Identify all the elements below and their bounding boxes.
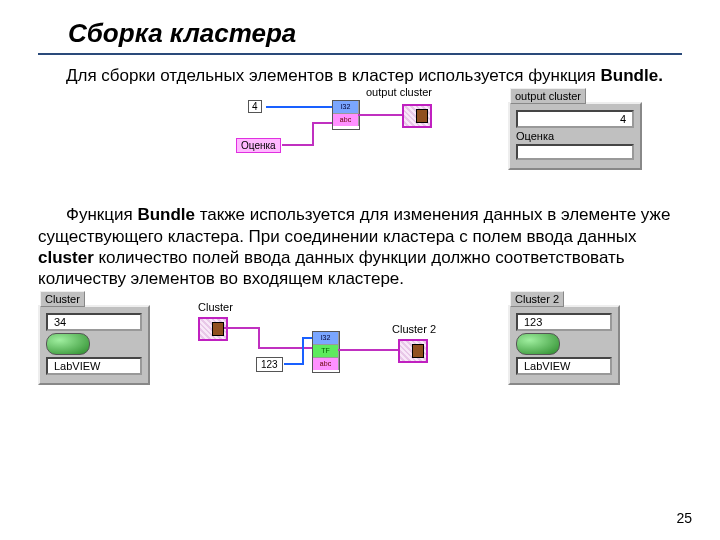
in-panel-str: LabVIEW	[46, 357, 142, 375]
p2-bold2: cluster	[38, 248, 94, 267]
page-number: 25	[676, 510, 692, 526]
bd-cluster-label: Cluster	[198, 301, 233, 313]
panel-str-label: Оценка	[516, 130, 634, 142]
bd-cluster2-label: Cluster 2	[392, 323, 436, 335]
panel-num-field: 4	[516, 110, 634, 128]
bundle-row-1: abc	[333, 114, 359, 126]
wire-bundle2-out	[338, 349, 398, 351]
wire-bundle-out	[358, 114, 402, 116]
paragraph-1: Для сборки отдельных элементов в кластер…	[38, 65, 682, 86]
out-panel-title: Cluster 2	[510, 291, 564, 307]
wire-src-h1	[224, 327, 258, 329]
string-constant: Оценка	[236, 138, 281, 153]
wire-num-to-bundle	[266, 106, 332, 108]
diagram-bundle-create: 4 I32 abc Оценка output cluster output c…	[38, 94, 682, 194]
slide-title: Сборка кластера	[38, 18, 682, 49]
p1-bold: Bundle.	[601, 66, 663, 85]
p1-text: Для сборки отдельных элементов в кластер…	[66, 66, 601, 85]
paragraph-2: Функция Bundle также используется для из…	[38, 204, 682, 289]
wire-str-to-bundle	[312, 122, 332, 124]
out-panel-num: 123	[516, 313, 612, 331]
cluster-terminal-dst	[398, 339, 428, 363]
b2-row2: abc	[313, 358, 339, 370]
bundle-node-2: I32 TF abc	[312, 331, 340, 373]
bundle-row-0: I32	[333, 101, 359, 113]
p2-bold1: Bundle	[137, 205, 195, 224]
b2-row0: I32	[313, 332, 339, 344]
title-divider	[38, 53, 682, 55]
wire-123-h	[284, 363, 302, 365]
wire-str-h	[282, 144, 312, 146]
bundle-node: I32 abc	[332, 100, 360, 130]
b2-row1: TF	[313, 345, 339, 357]
p2-pre: Функция	[66, 205, 137, 224]
in-panel-num: 34	[46, 313, 142, 331]
in-panel-title: Cluster	[40, 291, 85, 307]
numeric-constant-123: 123	[256, 357, 283, 372]
numeric-constant: 4	[248, 100, 262, 113]
in-panel-led	[46, 333, 90, 355]
panel-str-field	[516, 144, 634, 160]
wire-123-to-bundle	[302, 337, 312, 339]
cluster-terminal-src	[198, 317, 228, 341]
diagram-bundle-replace: Cluster 34 LabVIEW Cluster 123 I32 TF ab…	[38, 295, 682, 395]
output-cluster2-panel: Cluster 2 123 LabVIEW	[508, 305, 620, 385]
panel-title: output cluster	[510, 88, 586, 104]
wire-str-v	[312, 122, 314, 146]
output-cluster-panel: output cluster 4 Оценка	[508, 102, 642, 170]
cluster-terminal-out	[402, 104, 432, 128]
p2-post: количество полей ввода данных функции до…	[38, 248, 625, 288]
output-cluster-label: output cluster	[366, 86, 432, 98]
out-panel-led	[516, 333, 560, 355]
out-panel-str: LabVIEW	[516, 357, 612, 375]
input-cluster-panel: Cluster 34 LabVIEW	[38, 305, 150, 385]
wire-123-v	[302, 337, 304, 365]
wire-src-v	[258, 327, 260, 347]
